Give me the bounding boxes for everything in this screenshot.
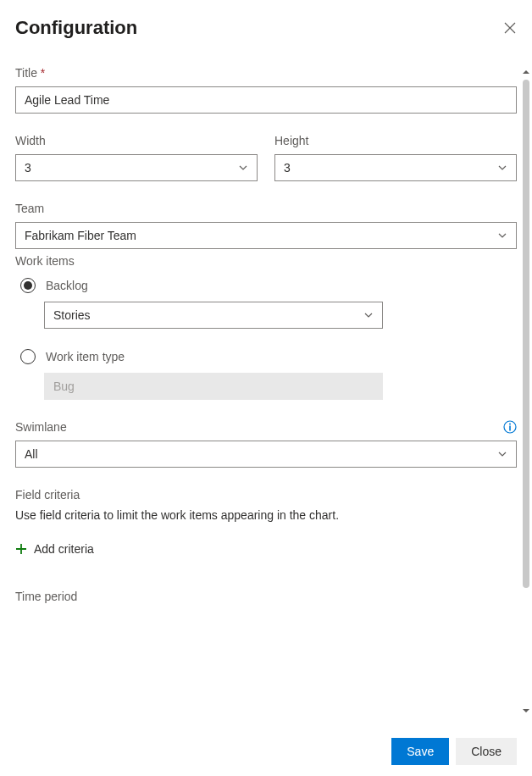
add-criteria-button[interactable]: Add criteria [15, 542, 517, 556]
title-input[interactable] [15, 86, 517, 114]
svg-point-1 [509, 424, 511, 425]
work-item-type-value: Bug [53, 380, 75, 393]
scrollbar-thumb[interactable] [523, 80, 529, 588]
chevron-down-icon [497, 230, 507, 241]
swimlane-header: Swimlane [15, 420, 517, 434]
panel-header: Configuration [15, 17, 517, 39]
backlog-select[interactable]: Stories [44, 302, 383, 329]
width-value: 3 [25, 161, 31, 175]
chevron-down-icon [238, 163, 248, 173]
work-item-type-select: Bug [44, 373, 383, 400]
work-item-type-radio-row: Work item type [15, 349, 517, 364]
close-button[interactable]: Close [456, 738, 517, 765]
team-field-group: Team Fabrikam Fiber Team [15, 202, 517, 249]
required-marker: * [41, 66, 45, 80]
swimlane-value: All [25, 447, 38, 461]
configuration-panel: Configuration Title * Width 3 Height 3 T… [0, 0, 532, 725]
panel-title: Configuration [15, 17, 137, 39]
time-period-label: Time period [15, 590, 517, 603]
swimlane-select[interactable]: All [15, 441, 517, 468]
field-criteria-help: Use field criteria to limit the work ite… [15, 508, 517, 522]
width-select[interactable]: 3 [15, 154, 258, 181]
team-select[interactable]: Fabrikam Fiber Team [15, 222, 517, 249]
work-item-type-radio-label: Work item type [46, 350, 125, 363]
scroll-up-icon[interactable] [522, 68, 530, 76]
height-select[interactable]: 3 [274, 154, 517, 181]
height-label: Height [274, 134, 517, 147]
backlog-radio[interactable] [20, 278, 36, 293]
backlog-value: Stories [53, 308, 91, 322]
plus-icon [15, 543, 27, 555]
width-label: Width [15, 134, 258, 147]
title-field-group: Title * [15, 66, 517, 114]
work-item-type-radio[interactable] [20, 349, 36, 364]
backlog-radio-row: Backlog [15, 278, 517, 293]
chevron-down-icon [497, 449, 507, 459]
save-button[interactable]: Save [391, 738, 449, 765]
scroll-down-icon[interactable] [522, 707, 530, 715]
dimensions-row: Width 3 Height 3 [15, 134, 517, 181]
add-criteria-label: Add criteria [34, 542, 94, 556]
chevron-down-icon [363, 310, 374, 320]
close-icon[interactable] [503, 21, 517, 35]
title-label: Title * [15, 66, 517, 80]
svg-rect-2 [509, 426, 511, 431]
field-criteria-label: Field criteria [15, 488, 517, 502]
info-icon[interactable] [503, 420, 517, 434]
swimlane-label: Swimlane [15, 420, 67, 434]
team-value: Fabrikam Fiber Team [25, 229, 136, 242]
title-label-text: Title [15, 66, 37, 80]
panel-footer: Save Close [0, 727, 532, 776]
scrollbar[interactable] [522, 71, 530, 712]
backlog-radio-label: Backlog [46, 279, 88, 292]
chevron-down-icon [497, 163, 507, 173]
height-value: 3 [284, 161, 291, 175]
team-label: Team [15, 202, 517, 215]
width-field-group: Width 3 [15, 134, 258, 181]
work-items-label: Work items [15, 254, 517, 268]
height-field-group: Height 3 [274, 134, 517, 181]
